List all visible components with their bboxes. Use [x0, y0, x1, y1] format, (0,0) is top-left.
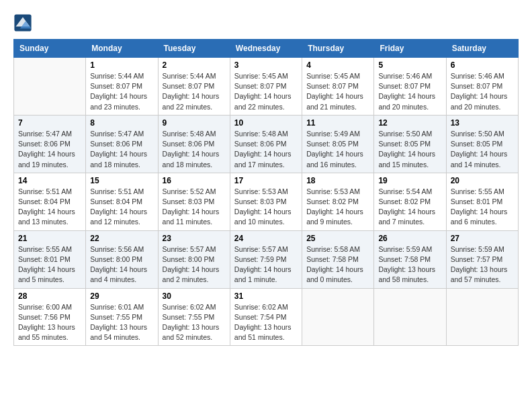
- calendar-day-cell: 3Sunrise: 5:45 AMSunset: 8:07 PMDaylight…: [230, 58, 302, 116]
- day-info: Sunrise: 5:51 AMSunset: 8:04 PMDaylight:…: [90, 187, 153, 228]
- calendar-day-cell: 31Sunrise: 6:02 AMSunset: 7:54 PMDayligh…: [230, 288, 302, 346]
- calendar-table: SundayMondayTuesdayWednesdayThursdayFrid…: [13, 39, 519, 346]
- calendar-day-cell: 8Sunrise: 5:47 AMSunset: 8:06 PMDaylight…: [86, 115, 158, 173]
- logo: [13, 13, 35, 32]
- day-info: Sunrise: 6:00 AMSunset: 7:56 PMDaylight:…: [18, 302, 81, 343]
- day-info: Sunrise: 5:48 AMSunset: 8:06 PMDaylight:…: [234, 129, 298, 170]
- day-info: Sunrise: 5:59 AMSunset: 7:57 PMDaylight:…: [451, 244, 514, 285]
- day-info: Sunrise: 5:57 AMSunset: 8:00 PMDaylight:…: [163, 244, 226, 285]
- weekday-header: Tuesday: [158, 40, 230, 58]
- weekday-header: Monday: [86, 40, 158, 58]
- day-info: Sunrise: 5:52 AMSunset: 8:03 PMDaylight:…: [163, 187, 226, 228]
- weekday-header: Wednesday: [230, 40, 302, 58]
- day-info: Sunrise: 5:46 AMSunset: 8:07 PMDaylight:…: [451, 71, 514, 112]
- calendar-day-cell: 19Sunrise: 5:54 AMSunset: 8:02 PMDayligh…: [374, 173, 446, 230]
- day-number: 8: [90, 118, 153, 128]
- weekday-header: Friday: [374, 40, 446, 58]
- day-number: 28: [18, 291, 81, 301]
- day-number: 22: [90, 234, 153, 243]
- day-number: 19: [378, 176, 441, 185]
- day-number: 26: [378, 234, 441, 243]
- calendar-day-cell: 28Sunrise: 6:00 AMSunset: 7:56 PMDayligh…: [14, 288, 86, 346]
- day-number: 29: [90, 291, 153, 301]
- calendar-day-cell: 14Sunrise: 5:51 AMSunset: 8:04 PMDayligh…: [14, 173, 86, 230]
- day-number: 17: [234, 176, 298, 185]
- calendar-day-cell: 12Sunrise: 5:50 AMSunset: 8:05 PMDayligh…: [374, 115, 446, 173]
- logo-icon: [13, 13, 32, 32]
- day-number: 27: [451, 234, 514, 243]
- day-number: 4: [306, 60, 369, 70]
- calendar-day-cell: 5Sunrise: 5:46 AMSunset: 8:07 PMDaylight…: [374, 58, 446, 116]
- calendar-week-row: 21Sunrise: 5:55 AMSunset: 8:01 PMDayligh…: [14, 230, 519, 288]
- day-info: Sunrise: 6:02 AMSunset: 7:55 PMDaylight:…: [163, 302, 226, 343]
- calendar-day-cell: 17Sunrise: 5:53 AMSunset: 8:03 PMDayligh…: [230, 173, 302, 230]
- day-info: Sunrise: 5:45 AMSunset: 8:07 PMDaylight:…: [306, 71, 369, 112]
- calendar-header-row: SundayMondayTuesdayWednesdayThursdayFrid…: [14, 40, 519, 58]
- calendar-day-cell: 16Sunrise: 5:52 AMSunset: 8:03 PMDayligh…: [158, 173, 230, 230]
- weekday-header: Saturday: [446, 40, 518, 58]
- day-info: Sunrise: 5:50 AMSunset: 8:05 PMDaylight:…: [451, 129, 514, 170]
- day-info: Sunrise: 5:49 AMSunset: 8:05 PMDaylight:…: [306, 129, 369, 170]
- calendar-day-cell: [446, 288, 518, 346]
- day-number: 2: [163, 60, 226, 70]
- day-info: Sunrise: 6:02 AMSunset: 7:54 PMDaylight:…: [234, 302, 298, 343]
- calendar-day-cell: 6Sunrise: 5:46 AMSunset: 8:07 PMDaylight…: [446, 58, 518, 116]
- day-info: Sunrise: 6:01 AMSunset: 7:55 PMDaylight:…: [90, 302, 153, 343]
- day-number: 18: [306, 176, 369, 185]
- calendar-day-cell: 2Sunrise: 5:44 AMSunset: 8:07 PMDaylight…: [158, 58, 230, 116]
- day-number: 11: [306, 118, 369, 128]
- day-info: Sunrise: 5:57 AMSunset: 7:59 PMDaylight:…: [234, 244, 298, 285]
- calendar-day-cell: 9Sunrise: 5:48 AMSunset: 8:06 PMDaylight…: [158, 115, 230, 173]
- day-info: Sunrise: 5:44 AMSunset: 8:07 PMDaylight:…: [90, 71, 153, 112]
- weekday-header: Thursday: [302, 40, 374, 58]
- calendar-day-cell: 22Sunrise: 5:56 AMSunset: 8:00 PMDayligh…: [86, 230, 158, 288]
- day-number: 25: [306, 234, 369, 243]
- calendar-day-cell: 11Sunrise: 5:49 AMSunset: 8:05 PMDayligh…: [302, 115, 374, 173]
- calendar-week-row: 1Sunrise: 5:44 AMSunset: 8:07 PMDaylight…: [14, 58, 519, 116]
- calendar-day-cell: 18Sunrise: 5:53 AMSunset: 8:02 PMDayligh…: [302, 173, 374, 230]
- day-info: Sunrise: 5:53 AMSunset: 8:02 PMDaylight:…: [306, 187, 369, 228]
- day-number: 13: [451, 118, 514, 128]
- calendar-day-cell: 26Sunrise: 5:59 AMSunset: 7:58 PMDayligh…: [374, 230, 446, 288]
- calendar-day-cell: 24Sunrise: 5:57 AMSunset: 7:59 PMDayligh…: [230, 230, 302, 288]
- day-number: 14: [18, 176, 81, 185]
- calendar-week-row: 28Sunrise: 6:00 AMSunset: 7:56 PMDayligh…: [14, 288, 519, 346]
- calendar-day-cell: 25Sunrise: 5:58 AMSunset: 7:58 PMDayligh…: [302, 230, 374, 288]
- day-number: 15: [90, 176, 153, 185]
- calendar-day-cell: 20Sunrise: 5:55 AMSunset: 8:01 PMDayligh…: [446, 173, 518, 230]
- day-number: 9: [163, 118, 226, 128]
- calendar-day-cell: 30Sunrise: 6:02 AMSunset: 7:55 PMDayligh…: [158, 288, 230, 346]
- day-number: 12: [378, 118, 441, 128]
- day-info: Sunrise: 5:44 AMSunset: 8:07 PMDaylight:…: [163, 71, 226, 112]
- day-info: Sunrise: 5:53 AMSunset: 8:03 PMDaylight:…: [234, 187, 298, 228]
- day-number: 31: [234, 291, 298, 301]
- day-number: 24: [234, 234, 298, 243]
- day-info: Sunrise: 5:55 AMSunset: 8:01 PMDaylight:…: [451, 187, 514, 228]
- day-info: Sunrise: 5:58 AMSunset: 7:58 PMDaylight:…: [306, 244, 369, 285]
- day-number: 1: [90, 60, 153, 70]
- calendar-day-cell: [14, 58, 86, 116]
- day-info: Sunrise: 5:48 AMSunset: 8:06 PMDaylight:…: [163, 129, 226, 170]
- calendar-day-cell: 23Sunrise: 5:57 AMSunset: 8:00 PMDayligh…: [158, 230, 230, 288]
- calendar-week-row: 14Sunrise: 5:51 AMSunset: 8:04 PMDayligh…: [14, 173, 519, 230]
- calendar-week-row: 7Sunrise: 5:47 AMSunset: 8:06 PMDaylight…: [14, 115, 519, 173]
- day-info: Sunrise: 5:45 AMSunset: 8:07 PMDaylight:…: [234, 71, 298, 112]
- calendar-day-cell: 21Sunrise: 5:55 AMSunset: 8:01 PMDayligh…: [14, 230, 86, 288]
- day-number: 10: [234, 118, 298, 128]
- calendar-day-cell: 15Sunrise: 5:51 AMSunset: 8:04 PMDayligh…: [86, 173, 158, 230]
- day-number: 3: [234, 60, 298, 70]
- day-info: Sunrise: 5:47 AMSunset: 8:06 PMDaylight:…: [18, 129, 81, 170]
- day-info: Sunrise: 5:46 AMSunset: 8:07 PMDaylight:…: [378, 71, 441, 112]
- calendar-day-cell: 10Sunrise: 5:48 AMSunset: 8:06 PMDayligh…: [230, 115, 302, 173]
- calendar-day-cell: 27Sunrise: 5:59 AMSunset: 7:57 PMDayligh…: [446, 230, 518, 288]
- day-number: 21: [18, 234, 81, 243]
- day-number: 20: [451, 176, 514, 185]
- day-number: 30: [163, 291, 226, 301]
- calendar-day-cell: 1Sunrise: 5:44 AMSunset: 8:07 PMDaylight…: [86, 58, 158, 116]
- day-number: 23: [163, 234, 226, 243]
- day-number: 7: [18, 118, 81, 128]
- calendar-day-cell: [374, 288, 446, 346]
- day-info: Sunrise: 5:54 AMSunset: 8:02 PMDaylight:…: [378, 187, 441, 228]
- day-number: 5: [378, 60, 441, 70]
- day-info: Sunrise: 5:59 AMSunset: 7:58 PMDaylight:…: [378, 244, 441, 285]
